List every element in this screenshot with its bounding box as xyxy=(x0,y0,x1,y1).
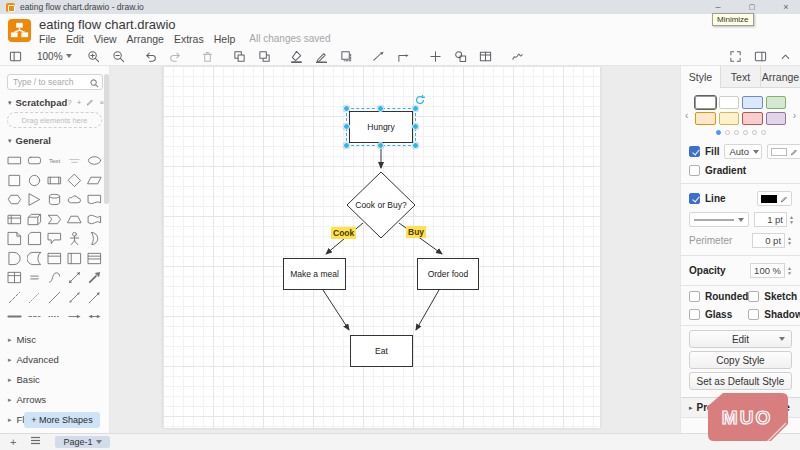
style-swatch-4[interactable] xyxy=(695,112,716,125)
search-input[interactable] xyxy=(7,74,103,90)
section-general[interactable]: ▾ General xyxy=(0,132,109,149)
line-style-dropdown[interactable] xyxy=(689,212,749,227)
style-swatch-7[interactable] xyxy=(766,112,787,125)
to-back-icon[interactable] xyxy=(258,49,272,63)
shape-cloud-icon[interactable] xyxy=(64,190,84,210)
edit-icon[interactable] xyxy=(86,98,94,108)
format-panel-icon[interactable] xyxy=(753,49,767,63)
zoom-in-icon[interactable] xyxy=(87,49,101,63)
edit-style-button[interactable]: Edit xyxy=(689,330,792,348)
style-swatch-0[interactable] xyxy=(695,96,716,109)
shape-bold-h-line-icon[interactable] xyxy=(5,307,25,327)
swatch-page-dot-4[interactable] xyxy=(752,130,757,135)
shape-ellipse-icon[interactable] xyxy=(84,151,104,171)
shape-process-icon[interactable] xyxy=(45,171,65,191)
selection-handle[interactable] xyxy=(343,123,350,130)
page-tab[interactable]: Page-1 xyxy=(55,436,110,448)
shape-triangle-icon[interactable] xyxy=(25,190,45,210)
shape-or-icon[interactable] xyxy=(84,229,104,249)
shape-text-icon[interactable]: Text xyxy=(45,151,65,171)
sidebar-section-arrows[interactable]: ▸Arrows xyxy=(0,390,109,410)
swatch-next-arrow[interactable]: › xyxy=(793,110,796,121)
shape-callout-icon[interactable] xyxy=(45,229,65,249)
node-hungry[interactable]: Hungry xyxy=(349,111,413,143)
tab-style[interactable]: Style xyxy=(681,66,720,88)
selection-handle[interactable] xyxy=(377,105,384,112)
menu-arrange[interactable]: Arrange xyxy=(127,33,164,45)
shape-step-icon[interactable] xyxy=(45,210,65,230)
shape-dashed-h-link-icon[interactable] xyxy=(25,307,45,327)
tab-arrange[interactable]: Arrange xyxy=(760,66,800,88)
shape-table-icon[interactable] xyxy=(5,268,25,288)
shape-square-icon[interactable] xyxy=(5,171,25,191)
add-shape-icon[interactable] xyxy=(454,49,468,63)
style-swatch-1[interactable] xyxy=(719,96,740,109)
minimize-button[interactable]: – xyxy=(712,0,724,14)
shape-arrow-h-link-icon[interactable] xyxy=(64,307,84,327)
menu-extras[interactable]: Extras xyxy=(174,33,204,45)
shape-rectangle-icon[interactable] xyxy=(5,151,25,171)
style-swatch-6[interactable] xyxy=(742,112,763,125)
edge-label-cook[interactable]: Cook xyxy=(331,227,356,239)
pages-list-icon[interactable] xyxy=(30,435,41,450)
style-swatch-2[interactable] xyxy=(742,96,763,109)
shape-line-icon[interactable] xyxy=(45,288,65,308)
perimeter-stepper[interactable]: 0 pt▲▼ xyxy=(752,233,792,248)
shape-and-icon[interactable] xyxy=(5,249,25,269)
fill-checkbox[interactable] xyxy=(689,146,700,157)
zoom-out-icon[interactable] xyxy=(112,49,126,63)
copy-style-button[interactable]: Copy Style xyxy=(689,351,792,369)
menu-edit[interactable]: Edit xyxy=(66,33,84,45)
menu-file[interactable]: File xyxy=(39,33,56,45)
swatch-page-dot-5[interactable] xyxy=(761,130,766,135)
sidebar-section-advanced[interactable]: ▸Advanced xyxy=(0,350,109,370)
fill-color-icon[interactable] xyxy=(290,49,304,63)
rotate-handle-icon[interactable] xyxy=(414,92,426,104)
freehand-icon[interactable] xyxy=(511,49,525,63)
shape-diamond-icon[interactable] xyxy=(64,171,84,191)
fill-color-button[interactable] xyxy=(767,144,800,159)
line-width-stepper[interactable]: 1 pt▲▼ xyxy=(754,212,794,227)
sidebar-section-misc[interactable]: ▸Misc xyxy=(0,330,109,350)
shadow-icon[interactable] xyxy=(340,49,354,63)
swatch-page-dot-1[interactable] xyxy=(725,130,730,135)
gradient-checkbox[interactable] xyxy=(689,165,700,176)
shape-vertical-container-icon[interactable] xyxy=(64,249,84,269)
insert-icon[interactable] xyxy=(429,49,443,63)
selection-handle[interactable] xyxy=(412,142,419,149)
menu-help[interactable]: Help xyxy=(214,33,236,45)
shape-bidirectional-connector-icon[interactable] xyxy=(64,288,84,308)
shape-document-icon[interactable] xyxy=(84,190,104,210)
swatch-page-dot-3[interactable] xyxy=(743,130,748,135)
edge-label-buy[interactable]: Buy xyxy=(406,226,426,238)
shadow-checkbox[interactable] xyxy=(748,309,759,320)
tab-text[interactable]: Text xyxy=(720,66,760,88)
node-eat[interactable]: Eat xyxy=(350,335,413,367)
shape-bidirectional-arrow-icon[interactable] xyxy=(64,268,84,288)
swatch-page-dot-0[interactable] xyxy=(716,130,721,135)
node-order-food[interactable]: Order food xyxy=(417,258,479,290)
scratchpad-header[interactable]: ▾ Scratchpad ?+× xyxy=(0,94,109,111)
shape-list-icon[interactable] xyxy=(84,249,104,269)
undo-icon[interactable] xyxy=(144,49,158,63)
scratchpad-dropzone[interactable]: Drag elements here xyxy=(7,112,102,128)
shape-arrow-icon[interactable] xyxy=(84,268,104,288)
shape-cube-icon[interactable] xyxy=(25,210,45,230)
shape-rounded-rectangle-icon[interactable] xyxy=(25,151,45,171)
close-button[interactable]: × xyxy=(780,0,792,14)
sidebar-section-basic[interactable]: ▸Basic xyxy=(0,370,109,390)
fullscreen-icon[interactable] xyxy=(728,49,742,63)
shape-label-icon[interactable] xyxy=(64,151,84,171)
shape-dotted-h-link-icon[interactable] xyxy=(45,307,65,327)
set-default-style-button[interactable]: Set as Default Style xyxy=(689,372,792,390)
shape-trapezoid-icon[interactable] xyxy=(64,210,84,230)
shape-parallelogram-icon[interactable] xyxy=(84,171,104,191)
line-color-icon[interactable] xyxy=(315,49,329,63)
selection-handle[interactable] xyxy=(412,105,419,112)
sidebar-toggle-icon[interactable] xyxy=(8,49,22,63)
style-swatch-5[interactable] xyxy=(719,112,740,125)
selection-handle[interactable] xyxy=(412,123,419,130)
shape-data-storage-icon[interactable] xyxy=(25,249,45,269)
to-front-icon[interactable] xyxy=(233,49,247,63)
table-icon[interactable] xyxy=(479,49,493,63)
